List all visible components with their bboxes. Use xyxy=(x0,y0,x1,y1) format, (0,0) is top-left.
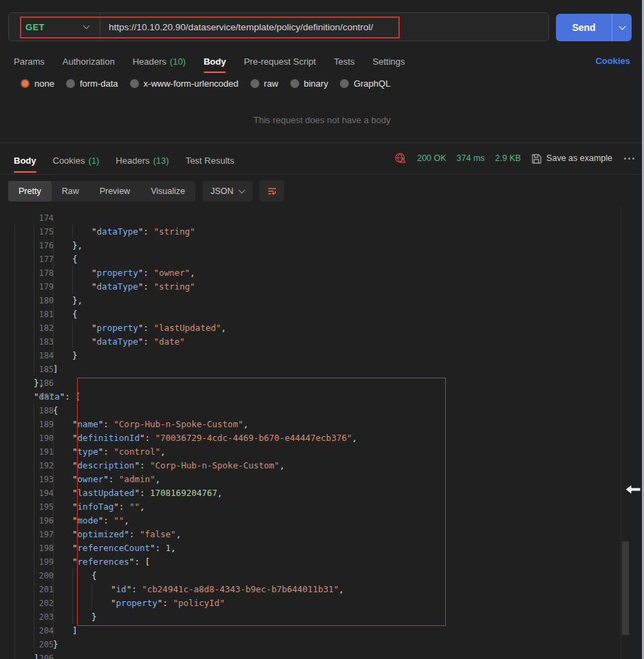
json-punctuation: , xyxy=(279,460,285,471)
json-punctuation: : xyxy=(129,529,140,539)
format-label: JSON xyxy=(211,186,233,196)
response-view-toolbar: PrettyRawPreviewVisualize JSON xyxy=(0,177,633,204)
response-tab-headers[interactable]: Headers (13) xyxy=(116,148,169,173)
chevron-down-icon xyxy=(239,186,246,193)
request-tab-headers[interactable]: Headers (10) xyxy=(133,50,186,73)
request-tab-pre-request-script[interactable]: Pre-request Script xyxy=(244,50,316,73)
json-number: 1 xyxy=(166,543,171,553)
json-punctuation: }, xyxy=(72,295,83,305)
save-icon xyxy=(531,153,541,164)
indent-guide xyxy=(72,583,92,596)
request-tab-tests[interactable]: Tests xyxy=(334,50,354,73)
radio-icon xyxy=(290,79,299,88)
response-tab-cookies[interactable]: Cookies (1) xyxy=(53,148,100,173)
code-line: 205 ] xyxy=(0,624,619,638)
json-punctuation: : xyxy=(109,474,119,484)
request-tabs: Params Authorization Headers (10) Body P… xyxy=(14,50,405,73)
line-number: 175 xyxy=(25,225,54,239)
response-tab-body[interactable]: Body xyxy=(14,148,36,173)
body-type-raw[interactable]: raw xyxy=(250,78,279,89)
line-number: 179 xyxy=(25,280,54,294)
json-punctuation: , xyxy=(171,543,176,553)
line-number: 189 xyxy=(25,418,54,431)
json-punctuation: : xyxy=(144,433,155,443)
response-size[interactable]: 2.9 KB xyxy=(495,153,522,163)
indent-guide xyxy=(72,266,92,280)
request-tab-authorization[interactable]: Authorization xyxy=(63,50,115,73)
view-mode-visualize[interactable]: Visualize xyxy=(140,181,195,202)
scrollbar-thumb[interactable] xyxy=(622,541,629,635)
body-type-x-www-form-urlencoded[interactable]: x-www-form-urlencoded xyxy=(130,78,239,89)
json-punctuation: , xyxy=(140,501,145,512)
line-number: 195 xyxy=(25,500,54,514)
response-meta: 200 OK 374 ms 2.9 KB Save as example xyxy=(394,152,634,164)
tab-label: Tests xyxy=(334,56,354,67)
code-line: 181 property: lastUpdated, xyxy=(0,294,619,307)
request-tab-body[interactable]: Body xyxy=(204,50,226,73)
body-type-graphql[interactable]: GraphQL xyxy=(340,78,390,89)
request-tab-params[interactable]: Params xyxy=(14,50,45,73)
json-punctuation: : xyxy=(143,226,153,237)
json-punctuation: } xyxy=(72,350,78,360)
json-string: string xyxy=(153,281,195,292)
view-mode-pretty[interactable]: Pretty xyxy=(8,181,52,202)
send-button[interactable]: Send xyxy=(556,14,632,41)
view-mode-raw[interactable]: Raw xyxy=(52,181,89,202)
json-punctuation: : xyxy=(143,268,153,278)
json-punctuation: , xyxy=(217,488,223,498)
chevron-down-icon xyxy=(83,23,90,30)
json-punctuation: : xyxy=(103,419,114,429)
view-mode-preview[interactable]: Preview xyxy=(89,181,140,202)
status-badge[interactable]: 200 OK xyxy=(417,153,446,163)
json-string: false xyxy=(140,529,176,539)
line-number: 186 xyxy=(25,376,54,390)
line-number: 182 xyxy=(25,321,54,335)
wrap-lines-button[interactable] xyxy=(259,180,284,202)
code-line: 187 { xyxy=(0,376,619,390)
line-number: 185 xyxy=(25,363,54,376)
method-label: GET xyxy=(25,22,45,32)
code-line: 188 name: Corp-Hub-n-Spoke-Custom, xyxy=(0,390,619,404)
json-punctuation: : xyxy=(140,488,150,498)
save-as-example-button[interactable]: Save as example xyxy=(531,153,612,164)
json-punctuation: , xyxy=(221,323,226,333)
json-punctuation: , xyxy=(190,268,195,278)
json-key: property xyxy=(92,323,143,333)
cookies-link[interactable]: Cookies xyxy=(595,56,630,66)
method-dropdown[interactable]: GET xyxy=(9,13,100,41)
json-punctuation: { xyxy=(92,570,97,581)
radio-icon xyxy=(340,79,349,88)
response-tab-test-results[interactable]: Test Results xyxy=(186,148,235,173)
tab-label: Params xyxy=(14,56,45,67)
indent-guide xyxy=(72,280,92,294)
line-number: 184 xyxy=(25,349,54,363)
tab-label: Headers xyxy=(133,56,167,67)
url-input[interactable]: https://10.10.20.90/dataservice/template… xyxy=(109,22,373,32)
request-tab-settings[interactable]: Settings xyxy=(373,50,405,73)
line-number: 196 xyxy=(25,514,54,528)
json-string: policyId xyxy=(173,598,224,608)
json-string: control xyxy=(114,446,160,457)
code-line: 175 }, xyxy=(0,211,619,225)
wrap-lines-icon xyxy=(266,185,278,197)
format-dropdown[interactable]: JSON xyxy=(202,181,253,202)
code-line: 189 definitionId: 70036729-4cdc-4469-b67… xyxy=(0,404,619,418)
body-type-binary[interactable]: binary xyxy=(290,78,328,89)
response-time[interactable]: 374 ms xyxy=(457,153,485,163)
body-type-form-data[interactable]: form-data xyxy=(66,78,118,89)
url-bar: GET https://10.10.20.90/dataservice/temp… xyxy=(8,12,549,41)
json-key: lastUpdated xyxy=(72,488,140,498)
tab-label: Cookies xyxy=(53,155,85,166)
json-key: dataType xyxy=(92,226,143,237)
more-options-button[interactable] xyxy=(624,158,634,160)
json-string: 70036729-4cdc-4469-b670-e44447ecb376 xyxy=(155,433,352,443)
radio-label: x-www-form-urlencoded xyxy=(144,78,239,89)
scrollbar-track[interactable] xyxy=(621,205,628,659)
json-punctuation: , xyxy=(160,446,166,457)
save-as-example-label: Save as example xyxy=(546,153,612,163)
tab-label: Settings xyxy=(373,56,405,67)
indent-guide xyxy=(72,335,92,349)
send-options-button[interactable] xyxy=(612,26,632,29)
body-type-none[interactable]: none xyxy=(21,78,54,89)
json-punctuation: : xyxy=(155,543,165,553)
